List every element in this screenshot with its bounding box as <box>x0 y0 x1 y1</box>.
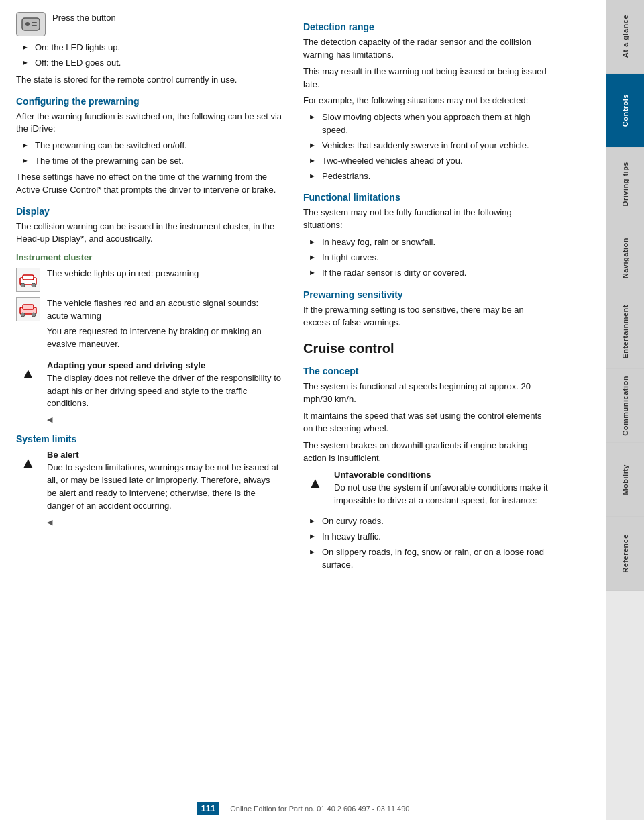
detection-intro-1: The detection capacity of the radar sens… <box>303 36 553 62</box>
display-heading: Display <box>16 206 282 217</box>
sidebar-item-at-a-glance[interactable]: At a glance <box>606 0 644 74</box>
remote-button-icon <box>16 12 46 36</box>
left-column: Press the button ► On: the LED lights up… <box>16 12 298 808</box>
concept-heading: The concept <box>303 366 553 376</box>
bullet-arrow-d2: ► <box>309 141 317 149</box>
svg-point-7 <box>32 283 36 287</box>
bullet-arrow-u1: ► <box>309 517 317 525</box>
functional-limitations-heading: Functional limitations <box>303 192 553 203</box>
detection-bullet-4: ► Pedestrians. <box>309 170 553 183</box>
concept-text-1: The system is functional at speeds begin… <box>303 380 553 406</box>
unfavorable-text: Do not use the system if unfavorable con… <box>334 482 553 507</box>
footer: 111 Online Edition for Part no. 01 40 2 … <box>0 802 606 815</box>
svg-rect-2 <box>32 22 37 23</box>
svg-point-11 <box>32 313 36 317</box>
detection-bullet-1-text: Slow moving objects when you approach th… <box>322 111 553 137</box>
be-alert-row: ▲ Be alert Due to system limitations, wa… <box>16 450 282 526</box>
bullet-arrow-u3: ► <box>309 548 317 556</box>
detection-bullet-3: ► Two-wheeled vehicles ahead of you. <box>309 155 553 168</box>
func-bullet-2: ► In tight curves. <box>309 252 553 264</box>
detection-bullet-2: ► Vehicles that suddenly swerve in front… <box>309 140 553 152</box>
stored-state-text: The state is stored for the remote contr… <box>16 74 282 87</box>
end-mark-1: ◀ <box>47 415 52 423</box>
footer-copyright: Online Edition for Part no. 01 40 2 606 … <box>230 805 409 813</box>
detection-intro-3: For example, the following situations ma… <box>303 95 553 107</box>
car-prewarning-row: The vehicle lights up in red: prewarning <box>16 268 282 292</box>
config-bullet-2-text: The time of the prewarning can be set. <box>35 155 184 168</box>
bullet-arrow-2: ► <box>21 58 30 66</box>
bullet-arrow-3: ► <box>21 141 30 149</box>
bullet-on-text: On: the LED lights up. <box>35 42 120 54</box>
bullet-arrow-d1: ► <box>309 113 317 121</box>
unfavorable-title: Unfavorable conditions <box>334 470 553 480</box>
svg-point-1 <box>25 22 30 26</box>
func-bullet-2-text: In tight curves. <box>322 252 379 264</box>
prewarning-sensitivity-heading: Prewarning sensitivity <box>303 289 553 300</box>
warning-adapt-title: Adapting your speed and driving style <box>47 360 282 370</box>
instrument-cluster-heading: Instrument cluster <box>16 252 282 262</box>
bullet-arrow-f1: ► <box>309 238 317 246</box>
bullet-arrow-d3: ► <box>309 156 317 164</box>
svg-point-10 <box>21 313 25 317</box>
detection-bullet-3-text: Two-wheeled vehicles ahead of you. <box>322 155 463 168</box>
bullet-off-text: Off: the LED goes out. <box>35 57 121 70</box>
be-alert-icon: ▲ <box>16 451 40 475</box>
unfav-bullet-1-text: On curvy roads. <box>322 515 384 528</box>
sidebar-label-driving-tips: Driving tips <box>621 162 629 207</box>
sidebar-item-controls[interactable]: Controls <box>606 74 644 148</box>
unfav-bullet-3-text: On slippery roads, in fog, snow or rain,… <box>322 546 553 572</box>
cruise-control-heading: Cruise control <box>303 341 553 356</box>
sidebar-item-driving-tips[interactable]: Driving tips <box>606 148 644 221</box>
car-flashes-row: The vehicle flashes red and an acoustic … <box>16 297 282 354</box>
sidebar-item-entertainment[interactable]: Entertainment <box>606 295 644 369</box>
bullet-arrow-d4: ► <box>309 172 317 180</box>
sidebar: At a glance Controls Driving tips Naviga… <box>606 0 644 820</box>
sidebar-item-communication[interactable]: Communication <box>606 369 644 443</box>
config-bullet-1: ► The prewarning can be switched on/off. <box>21 140 282 152</box>
func-bullet-3-text: If the radar sensor is dirty or covered. <box>322 267 466 280</box>
display-text: The collision warning can be issued in t… <box>16 221 282 246</box>
concept-text-3: The system brakes on downhill gradients … <box>303 440 553 465</box>
bullet-arrow-u2: ► <box>309 532 317 540</box>
sidebar-item-mobility[interactable]: Mobility <box>606 443 644 517</box>
unfav-bullet-1: ► On curvy roads. <box>309 515 553 528</box>
unfavorable-icon: ▲ <box>303 471 327 495</box>
sidebar-label-at-a-glance: At a glance <box>621 15 629 58</box>
bullet-arrow-f3: ► <box>309 268 317 276</box>
sidebar-label-navigation: Navigation <box>621 238 629 278</box>
be-alert-title: Be alert <box>47 450 282 460</box>
svg-rect-0 <box>22 18 40 30</box>
detection-intro-2: This may result in the warning not being… <box>303 66 553 91</box>
func-bullet-3: ► If the radar sensor is dirty or covere… <box>309 267 553 280</box>
bullet-on: ► On: the LED lights up. <box>21 42 282 54</box>
sidebar-label-communication: Communication <box>621 376 629 436</box>
sidebar-label-reference: Reference <box>621 534 629 573</box>
detection-bullet-2-text: Vehicles that suddenly swerve in front o… <box>322 140 529 152</box>
warning-adapt-row: ▲ Adapting your speed and driving style … <box>16 360 282 425</box>
sidebar-label-controls: Controls <box>621 94 629 127</box>
sidebar-item-navigation[interactable]: Navigation <box>606 221 644 295</box>
functional-intro: The system may not be fully functional i… <box>303 207 553 232</box>
unfav-bullet-2: ► In heavy traffic. <box>309 531 553 544</box>
unfav-bullet-3: ► On slippery roads, in fog, snow or rai… <box>309 546 553 572</box>
concept-text-2: It maintains the speed that was set usin… <box>303 410 553 435</box>
svg-rect-3 <box>32 25 37 26</box>
bullet-off: ► Off: the LED goes out. <box>21 57 282 70</box>
car-flashes-text: The vehicle flashes red and an acoustic … <box>47 298 258 321</box>
func-bullet-1: ► In heavy fog, rain or snowfall. <box>309 236 553 249</box>
prewarning-text: If the prewarning setting is too sensiti… <box>303 304 553 329</box>
sidebar-item-reference[interactable]: Reference <box>606 517 644 591</box>
press-button-label: Press the button <box>52 12 116 25</box>
svg-point-6 <box>21 283 25 287</box>
config-note-text: These settings have no effect on the tim… <box>16 171 282 197</box>
be-alert-text: Due to system limitations, warnings may … <box>47 462 282 512</box>
sidebar-label-entertainment: Entertainment <box>621 305 629 358</box>
detection-bullet-4-text: Pedestrians. <box>322 170 370 183</box>
config-bullet-1-text: The prewarning can be switched on/off. <box>35 140 187 152</box>
intervene-text: You are requested to intervene by brakin… <box>47 325 282 351</box>
svg-rect-9 <box>23 305 34 309</box>
bullet-arrow-1: ► <box>21 43 30 51</box>
press-button-row: Press the button <box>16 12 282 36</box>
warning-adapt-text: The display does not relieve the driver … <box>47 372 282 411</box>
car-prewarning-text: The vehicle lights up in red: prewarning <box>47 268 199 280</box>
